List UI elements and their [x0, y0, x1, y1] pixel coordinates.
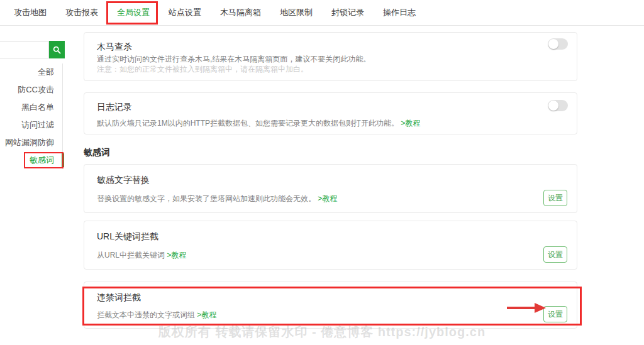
tab-region-limit[interactable]: 地区限制: [280, 0, 313, 26]
sidebar-item-anti-cc[interactable]: 防CC攻击: [0, 81, 62, 99]
logging-toggle[interactable]: [548, 100, 568, 111]
card-description: 从URL中拦截关键词 >教程: [97, 250, 186, 261]
card-description-text: 从URL中拦截关键词: [97, 251, 165, 260]
toggle-knob: [548, 39, 558, 49]
card-sensitive-text-replace: 敏感文字替换 替换设置的敏感文字，如果安装了堡塔网站加速则此功能会无效。 >教程…: [84, 164, 577, 213]
card-forbidden-word-intercept: 违禁词拦截 拦截文本中违禁的文字或词组 >教程 设置: [84, 282, 577, 329]
tab-global-settings[interactable]: 全局设置: [117, 0, 150, 26]
active-tab-underline: [125, 23, 142, 25]
settings-button-url-keyword[interactable]: 设置: [543, 246, 567, 263]
tab-site-settings[interactable]: 站点设置: [169, 0, 201, 26]
tab-operation-log[interactable]: 操作日志: [383, 0, 416, 26]
sidebar-item-vuln-defense[interactable]: 网站漏洞防御: [0, 134, 62, 151]
search-input[interactable]: [0, 41, 49, 58]
card-description: 通过实时访问的文件进行查杀木马,结果在木马隔离箱页面，建议不要关闭此功能。: [97, 54, 370, 65]
active-item-indicator: [62, 153, 64, 167]
card-trojan-scan: 木马查杀 通过实时访问的文件进行查杀木马,结果在木马隔离箱页面，建议不要关闭此功…: [84, 32, 577, 81]
tab-block-records[interactable]: 封锁记录: [331, 0, 364, 26]
card-description-text: 拦截文本中违禁的文字或词组: [97, 310, 195, 319]
card-description-text: 默认防火墙只记录1M以内的HTTP拦截数据包、如您需要记录更大的数据包则打开此功…: [97, 119, 399, 128]
settings-button-sensitive-text[interactable]: 设置: [543, 190, 567, 206]
search-icon: [53, 46, 61, 54]
settings-button-forbidden-word[interactable]: 设置: [543, 306, 567, 322]
card-note: 注意：如您的正常文件被拉入到隔离箱中，请在隔离箱中加白。: [97, 64, 308, 75]
tab-attack-report[interactable]: 攻击报表: [65, 0, 98, 26]
card-description: 拦截文本中违禁的文字或词组 >教程: [97, 310, 216, 320]
sidebar-menu: 全部 防CC攻击 黑白名单 访问过滤 网站漏洞防御 敏感词: [0, 63, 63, 169]
top-nav: 攻击地图 攻击报表 全局设置 站点设置 木马隔离箱 地区限制 封锁记录 操作日志: [0, 0, 644, 26]
sidebar-item-sensitive-words-label: 敏感词: [30, 155, 54, 165]
card-description: 默认防火墙只记录1M以内的HTTP拦截数据包、如您需要记录更大的数据包则打开此功…: [97, 118, 420, 129]
tutorial-link[interactable]: >教程: [197, 310, 216, 319]
trojan-scan-toggle[interactable]: [548, 38, 568, 50]
card-logging: 日志记录 默认防火墙只记录1M以内的HTTP拦截数据包、如您需要记录更大的数据包…: [84, 92, 577, 134]
card-title: 违禁词拦截: [97, 292, 141, 304]
sidebar-item-sensitive-words[interactable]: 敏感词: [0, 151, 62, 169]
card-url-keyword-intercept: URL关键词拦截 从URL中拦截关键词 >教程 设置: [84, 221, 577, 270]
sidebar-item-all[interactable]: 全部: [0, 63, 62, 81]
sidebar-item-blackwhite-list[interactable]: 黑白名单: [0, 99, 62, 116]
tab-global-settings-label: 全局设置: [117, 7, 150, 18]
section-title-sensitive-words: 敏感词: [84, 147, 110, 158]
tutorial-link[interactable]: >教程: [401, 119, 420, 128]
sidebar-item-access-filter[interactable]: 访问过滤: [0, 116, 62, 134]
toggle-knob: [548, 101, 558, 111]
card-description: 替换设置的敏感文字，如果安装了堡塔网站加速则此功能会无效。 >教程: [97, 194, 337, 204]
tab-attack-map[interactable]: 攻击地图: [14, 0, 47, 26]
search-button[interactable]: [49, 41, 65, 58]
card-title: 敏感文字替换: [97, 175, 150, 186]
firewall-settings-page: 攻击地图 攻击报表 全局设置 站点设置 木马隔离箱 地区限制 封锁记录 操作日志…: [0, 0, 644, 345]
card-title: 木马查杀: [97, 41, 132, 53]
card-title: 日志记录: [97, 102, 132, 113]
card-description-text: 替换设置的敏感文字，如果安装了堡塔网站加速则此功能会无效。: [97, 194, 316, 203]
tab-trojan-quarantine[interactable]: 木马隔离箱: [220, 0, 261, 26]
tutorial-link[interactable]: >教程: [318, 194, 337, 203]
card-title: URL关键词拦截: [97, 231, 158, 243]
tutorial-link[interactable]: >教程: [167, 251, 186, 260]
